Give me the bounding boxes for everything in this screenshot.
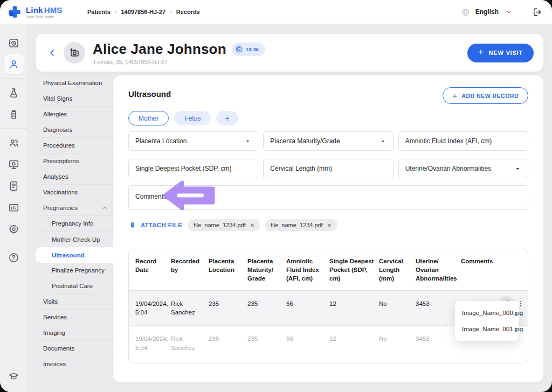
sidebar-item-physical-examination[interactable]: Physical Examination <box>36 75 113 91</box>
add-new-record-button[interactable]: + ADD NEW RECORD <box>443 87 528 104</box>
table-header-cell: Uterine/ Ovarian Abnormalities <box>416 249 461 290</box>
sidebar-item-label: Prescriptions <box>43 158 79 164</box>
sidebar-item-prescriptions[interactable]: Prescriptions <box>36 153 113 169</box>
field-uterine-ovarian-abnormalities[interactable]: Uterine/Ovarian Abnormalities <box>398 159 528 178</box>
records-table: Record DateRecorded byPlacenta LocationP… <box>128 249 528 363</box>
sidebar-item-label: Postnatal Care <box>52 283 93 289</box>
sidebar-item-label: Documents <box>43 345 74 352</box>
rail-calendar-icon[interactable] <box>4 33 24 52</box>
table-cell: 235 <box>209 291 247 317</box>
rail-reports-icon[interactable] <box>4 176 24 195</box>
sidebar-item-label: Procedures <box>43 142 75 149</box>
sidebar-item-ultrasound[interactable]: Ultrasound <box>36 247 119 263</box>
sidebar-item-allergies[interactable]: Allergies <box>36 107 113 122</box>
table-cell: 235 <box>247 326 286 354</box>
field-single-deepest-pocket-sdp-cm-[interactable]: Single Deepest Pocket (SDP, cm) <box>128 159 258 178</box>
tab-mother[interactable]: Mother <box>128 111 169 125</box>
rail-help-icon[interactable] <box>4 248 24 267</box>
rail-lab-icon[interactable] <box>4 83 24 102</box>
attachment-menu-item[interactable]: Image_Name_001.jpg <box>455 321 519 337</box>
sidebar-item-pregnancies[interactable]: Pregnancies <box>36 200 113 216</box>
table-header-cell: Cervical Length (mm) <box>379 249 416 290</box>
back-chevron-icon <box>48 48 57 57</box>
sidebar-item-finalize-pregnancy[interactable]: Finalize Pregnancy <box>36 263 113 278</box>
table-cell: 12 <box>329 326 379 354</box>
breadcrumb-separator: › <box>115 9 117 15</box>
sidebar-item-label: Vital Signs <box>43 95 72 102</box>
caret-down-icon <box>514 165 521 172</box>
plus-icon: + <box>478 47 484 58</box>
back-button[interactable] <box>44 45 60 61</box>
field-placenta-location[interactable]: Placenta Location <box>128 131 258 151</box>
field-label: Placenta Maturity/Grade <box>270 137 340 145</box>
ultrasound-form: Placenta LocationPlacenta Maturity/Grade… <box>128 131 528 178</box>
app-logo[interactable]: LinkHMS Your Clinic Name <box>8 5 72 19</box>
breadcrumb-item[interactable]: Records <box>176 9 200 15</box>
breadcrumb-separator: › <box>170 9 172 15</box>
sidebar-item-visits[interactable]: Visits <box>36 294 113 310</box>
rail-staff-icon[interactable] <box>4 133 24 152</box>
sidebar-item-vaccinations[interactable]: Vaccinations <box>36 185 113 200</box>
sidebar-item-label: Services <box>43 314 67 320</box>
table-header-cell: Recorded by <box>171 249 209 282</box>
patient-avatar[interactable] <box>64 42 85 64</box>
rail-divider <box>0 128 28 129</box>
tab-fetus[interactable]: Fetus <box>174 111 211 125</box>
rail-patients-icon[interactable] <box>4 54 24 74</box>
sidebar-item-diagnoses[interactable]: Diagnoses <box>36 122 113 138</box>
comments-field[interactable]: Comments <box>128 185 528 210</box>
attach-file-button[interactable]: ATTACH FILE <box>128 221 182 229</box>
sidebar-item-vital-signs[interactable]: Vital Signs <box>36 91 113 107</box>
table-cell: Rick Sanchez <box>171 326 209 362</box>
breadcrumb-item[interactable]: 14097856-HJ-27 <box>121 9 165 15</box>
app-window: LinkHMS Your Clinic Name Patients›140978… <box>0 0 552 392</box>
logo-title: LinkHMS <box>26 5 63 15</box>
field-label: Cervical Length (mm) <box>270 165 332 172</box>
gestation-badge: 18 W. <box>232 43 265 56</box>
rail-settings-icon[interactable] <box>4 219 24 239</box>
table-header-cell: Placenta Maturity/ Grade <box>247 249 286 290</box>
breadcrumb-item[interactable]: Patients <box>87 9 111 15</box>
remove-file-icon[interactable]: ✕ <box>250 222 254 228</box>
icon-rail <box>0 24 28 392</box>
main-area: Alice Jane Johnson 18 W. Female, 35, 140… <box>28 24 552 392</box>
new-visit-button[interactable]: + NEW VISIT <box>467 44 534 62</box>
table-cell: No <box>379 326 416 354</box>
sidebar-item-services[interactable]: Services <box>36 310 113 325</box>
rail-education-icon[interactable] <box>4 366 24 386</box>
sidebar-item-pregnancy-info[interactable]: Pregnancy Info <box>36 216 113 232</box>
table-header-cell: Single Deepest Pocket (SDP, cm) <box>329 249 379 290</box>
sidebar-item-label: Visits <box>43 298 58 305</box>
chevron-up-icon <box>101 205 108 211</box>
sidebar-item-label: Diagnoses <box>43 127 72 133</box>
sidebar-item-procedures[interactable]: Procedures <box>36 138 113 153</box>
language-selector[interactable]: English <box>475 8 499 16</box>
rail-divider <box>0 243 28 243</box>
sidebar-item-imaging[interactable]: Imaging <box>36 325 113 341</box>
breadcrumb: Patients›14097856-HJ-27›Records <box>87 9 200 15</box>
fetus-icon <box>235 45 243 53</box>
sidebar-item-label: Pregnancies <box>43 205 78 211</box>
sidebar-item-documents[interactable]: Documents <box>36 341 113 356</box>
logout-icon[interactable] <box>532 7 542 17</box>
plus-icon: + <box>452 91 457 100</box>
rail-pharmacy-icon[interactable] <box>4 104 24 124</box>
attachment-menu-item[interactable]: Image_Name_000.jpg <box>455 305 519 321</box>
attached-file-chip: file_name_1234.pdf✕ <box>265 219 337 231</box>
sidebar-item-postnatal-care[interactable]: Postnatal Care <box>36 278 113 294</box>
top-bar: LinkHMS Your Clinic Name Patients›140978… <box>0 0 552 24</box>
field-placenta-maturity-grade[interactable]: Placenta Maturity/Grade <box>263 131 393 151</box>
rail-workstation-icon[interactable] <box>4 155 24 174</box>
sidebar-item-mother-check-up[interactable]: Mother Check Up <box>36 232 113 247</box>
attached-file-name: file_name_1234.pdf <box>194 222 246 228</box>
chevron-down-icon[interactable] <box>505 8 513 16</box>
remove-file-icon[interactable]: ✕ <box>327 222 332 228</box>
sidebar-item-invoices[interactable]: Invoices <box>36 356 113 372</box>
field-cervical-length-mm-[interactable]: Cervical Length (mm) <box>263 159 393 178</box>
add-tab-button[interactable]: + <box>216 111 238 125</box>
sidebar-item-label: Physical Examination <box>43 80 102 86</box>
field-amniotic-fluid-index-afi-cm-[interactable]: Amniotic Fluid Index (AFI, cm) <box>398 131 528 151</box>
sidebar-item-analyses[interactable]: Analyses <box>36 169 113 185</box>
table-cell: 3453 <box>416 291 461 317</box>
rail-billing-icon[interactable] <box>4 198 24 217</box>
